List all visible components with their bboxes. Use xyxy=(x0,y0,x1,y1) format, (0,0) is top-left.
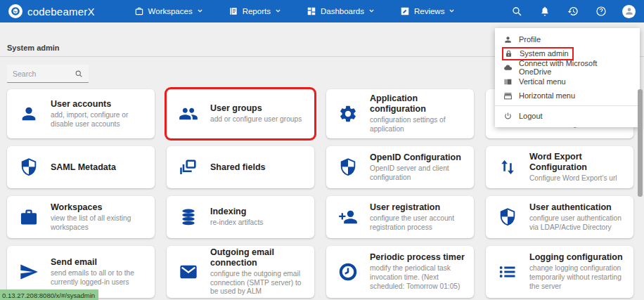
card-description: configure user authentication via LDAP/A… xyxy=(529,214,628,233)
briefcase-icon xyxy=(19,207,39,227)
admin-card-user-registration[interactable]: User registration configure the user acc… xyxy=(326,196,474,238)
top-navigation-bar: codebeamerX Workspaces Reports Dashboard… xyxy=(0,0,644,22)
card-description: send emails to all or to the currently l… xyxy=(51,269,149,287)
report-book-icon xyxy=(228,6,238,16)
lock-icon xyxy=(504,49,513,58)
chevron-down-icon xyxy=(449,7,455,15)
magnifier-icon[interactable] xyxy=(75,70,83,78)
vertical-scrollbar[interactable] xyxy=(638,89,643,197)
horizontal-layout-icon xyxy=(503,91,513,100)
menu-item-connect-with-microsoft-onedrive[interactable]: Connect with Microsoft OneDrive xyxy=(495,60,640,74)
card-description: add, import, configure or disable user a… xyxy=(51,111,149,129)
codebeamer-logo-icon xyxy=(8,4,22,18)
nav-item-workspaces[interactable]: Workspaces xyxy=(124,0,213,22)
chevron-down-icon xyxy=(275,7,281,15)
card-title: User accounts xyxy=(51,99,149,110)
send-icon xyxy=(19,262,39,282)
cloud-icon xyxy=(503,63,513,72)
card-title: Outgoing email connection xyxy=(210,247,309,268)
card-description: change logging configuration temporarily… xyxy=(529,264,628,291)
card-title: User authentication xyxy=(529,202,628,213)
nav-item-reports[interactable]: Reports xyxy=(219,0,291,22)
admin-card-user-accounts[interactable]: User accounts add, import, configure or … xyxy=(7,89,155,138)
admin-card-logging-configuration[interactable]: Logging configuration change logging con… xyxy=(486,246,633,298)
menu-item-label: Profile xyxy=(519,35,541,44)
clock-icon xyxy=(338,262,358,282)
card-title: Application configuration xyxy=(370,93,468,115)
admin-card-outgoing-email-connection[interactable]: Outgoing email connection configure the … xyxy=(167,246,314,298)
admin-card-word-export-configuration[interactable]: Word Export Configuration Configure Word… xyxy=(486,146,633,188)
gear-icon xyxy=(338,104,358,124)
menu-item-horizontal-menu[interactable]: Horizontal menu xyxy=(495,89,640,103)
history-icon[interactable] xyxy=(559,0,587,22)
chevron-down-icon xyxy=(197,7,203,15)
card-title: Workspaces xyxy=(51,202,149,213)
person-add-icon xyxy=(338,207,358,227)
system-admin-page: codebeamerX Workspaces Reports Dashboard… xyxy=(0,0,644,300)
card-title: User registration xyxy=(370,202,468,213)
user-avatar[interactable] xyxy=(622,5,636,18)
app-logo[interactable]: codebeamerX xyxy=(0,4,95,18)
shield-icon xyxy=(498,207,517,227)
admin-card-application-configuration[interactable]: Application configuration configuration … xyxy=(326,89,474,138)
card-title: Periodic process timer xyxy=(370,252,468,263)
card-description: modify the periodical task invocation ti… xyxy=(370,264,468,291)
card-title: Logging configuration xyxy=(529,252,628,263)
card-description: configuration settings of application xyxy=(370,116,468,134)
page-title: System admin xyxy=(7,44,60,52)
vertical-layout-icon xyxy=(503,77,513,86)
card-title: User groups xyxy=(210,103,302,114)
card-description: configure the user account registration … xyxy=(370,214,468,233)
arrows-up-down-icon xyxy=(498,157,517,177)
app-name: codebeamerX xyxy=(27,6,95,18)
menu-divider xyxy=(495,105,640,106)
menu-item-label: System admin xyxy=(520,49,569,58)
database-icon xyxy=(179,207,198,227)
shield-icon xyxy=(338,157,358,177)
search-input[interactable] xyxy=(7,70,69,78)
review-pencil-icon xyxy=(400,6,410,16)
card-title: Shared fields xyxy=(210,162,266,173)
admin-card-workspaces[interactable]: Workspaces view the list of all existing… xyxy=(7,196,155,238)
help-icon[interactable] xyxy=(587,0,615,22)
card-title: OpenID Configuration xyxy=(370,152,468,163)
menu-item-label: Vertical menu xyxy=(519,77,566,86)
menu-item-logout[interactable]: Logout xyxy=(495,109,640,123)
card-description: configure the outgoing email connection … xyxy=(210,270,309,296)
card-description: OpenID server and client configuration xyxy=(370,164,468,183)
nav-item-reviews[interactable]: Reviews xyxy=(390,0,465,22)
nav-item-dashboards[interactable]: Dashboards xyxy=(297,0,385,22)
admin-card-shared-fields[interactable]: Shared fields xyxy=(167,146,314,188)
envelope-icon xyxy=(179,262,198,282)
card-title: Indexing xyxy=(210,207,263,217)
topbar-actions xyxy=(503,0,644,22)
card-title: Word Export Configuration xyxy=(529,152,628,173)
person-icon xyxy=(19,104,39,124)
admin-card-user-authentication[interactable]: User authentication configure user authe… xyxy=(486,196,633,238)
notifications-bell-icon[interactable] xyxy=(531,0,559,22)
card-title: SAML Metadata xyxy=(51,162,116,173)
menu-item-profile[interactable]: Profile xyxy=(495,32,640,46)
admin-search xyxy=(7,65,89,83)
card-description: Configure Word Export's url xyxy=(529,174,628,183)
card-description: add or configure user groups xyxy=(210,115,302,124)
shield-icon xyxy=(19,157,39,177)
search-icon[interactable] xyxy=(503,0,531,22)
admin-card-periodic-process-timer[interactable]: Periodic process timer modify the period… xyxy=(326,246,474,298)
primary-nav: Workspaces Reports Dashboards Reviews xyxy=(124,0,465,22)
admin-card-user-groups[interactable]: User groups add or configure user groups xyxy=(167,89,314,138)
admin-card-indexing[interactable]: Indexing re-index artifacts xyxy=(167,196,314,238)
menu-item-label: Logout xyxy=(519,112,543,120)
people-icon xyxy=(179,104,198,124)
card-description: re-index artifacts xyxy=(210,219,263,228)
dashboard-grid-icon xyxy=(307,6,316,16)
admin-card-saml-metadata[interactable]: SAML Metadata xyxy=(7,146,155,188)
card-description: view the list of all existing workspaces xyxy=(51,214,149,233)
menu-item-label: Horizontal menu xyxy=(519,91,575,100)
layers-icon xyxy=(179,157,198,177)
briefcase-outline-icon xyxy=(134,6,144,16)
bulleted-list-icon xyxy=(498,262,517,282)
menu-item-label: Connect with Microsoft OneDrive xyxy=(519,59,629,76)
admin-card-openid-configuration[interactable]: OpenID Configuration OpenID server and c… xyxy=(326,146,474,188)
power-icon xyxy=(503,112,513,121)
